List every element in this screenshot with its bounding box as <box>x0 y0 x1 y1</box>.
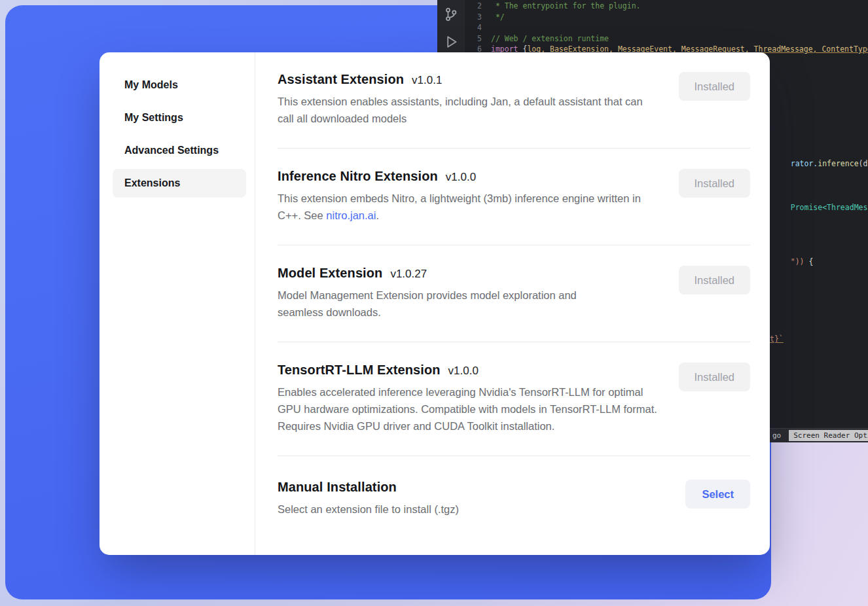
line-number: 4 <box>465 22 482 33</box>
extension-description: This extension enables assistants, inclu… <box>278 93 657 127</box>
sidebar-item-label: Extensions <box>124 177 180 189</box>
code-comment: */ <box>491 12 505 23</box>
manual-installation-row: Manual Installation Select an extension … <box>278 456 750 539</box>
status-item-go[interactable]: go <box>772 431 781 440</box>
extension-info: Manual Installation Select an extension … <box>278 480 672 518</box>
code-area: 2 * The entrypoint for the plugin. 3 */ … <box>465 1 868 55</box>
extension-info: TensortRT-LLM Extension v1.0.0 Enables a… <box>278 363 666 435</box>
extension-row-inference-nitro: Inference Nitro Extension v1.0.0 This ex… <box>278 149 750 245</box>
run-debug-icon[interactable] <box>443 34 459 50</box>
sidebar-item-my-models[interactable]: My Models <box>113 71 246 99</box>
sidebar-item-my-settings[interactable]: My Settings <box>113 103 246 132</box>
manual-installation-title: Manual Installation <box>278 480 672 495</box>
extension-info: Inference Nitro Extension v1.0.0 This ex… <box>278 169 666 224</box>
source-control-icon[interactable] <box>443 7 459 22</box>
code-fragment: t}` <box>770 334 784 344</box>
description-text: . <box>376 209 379 221</box>
code-method: inference <box>818 159 858 168</box>
extensions-list: Assistant Extension v1.0.1 This extensio… <box>255 52 770 555</box>
extension-version: v1.0.27 <box>390 268 427 281</box>
line-number: 2 <box>465 1 482 12</box>
screen-reader-optimized-badge[interactable]: Screen Reader Optimized <box>789 430 868 441</box>
code-punctuation: { <box>804 257 813 266</box>
code-fragment: Promise<ThreadMessage> <box>772 194 868 221</box>
code-line: 4 <box>465 22 868 33</box>
code-identifier: rator. <box>791 159 818 168</box>
extension-info: Assistant Extension v1.0.1 This extensio… <box>278 72 666 127</box>
extension-row-tensorrt-llm: TensortRT-LLM Extension v1.0.0 Enables a… <box>278 342 750 456</box>
code-line: 3 */ <box>465 12 868 23</box>
extension-info: Model Extension v1.0.27 Model Management… <box>278 266 666 321</box>
code-fragment: ")) { <box>772 248 813 276</box>
extension-description: Model Management Extension provides mode… <box>278 287 618 321</box>
installed-button[interactable]: Installed <box>679 363 750 391</box>
extension-version: v1.0.0 <box>448 365 479 378</box>
code-comment: // Web / extension runtime <box>491 33 609 45</box>
settings-modal: My Models My Settings Advanced Settings … <box>99 52 770 555</box>
nitro-jan-ai-link[interactable]: nitro.jan.ai <box>326 209 376 221</box>
extension-description: This extension embeds Nitro, a lightweig… <box>278 190 657 224</box>
code-fragment: rator.inference(data)); <box>772 150 868 177</box>
code-line: 5 // Web / extension runtime <box>465 33 868 45</box>
extension-version: v1.0.1 <box>412 74 442 87</box>
extension-title-line: TensortRT-LLM Extension v1.0.0 <box>278 363 666 378</box>
installed-button[interactable]: Installed <box>679 72 750 101</box>
extension-title-line: Model Extension v1.0.27 <box>278 266 666 281</box>
line-number: 3 <box>465 12 482 23</box>
sidebar-item-extensions[interactable]: Extensions <box>113 169 246 198</box>
extension-name: Model Extension <box>278 266 382 281</box>
extension-description: Enables accelerated inference leveraging… <box>278 383 657 435</box>
extension-name: TensortRT-LLM Extension <box>278 363 441 378</box>
line-number: 5 <box>465 33 482 45</box>
sidebar-item-label: My Models <box>124 79 178 91</box>
extension-name: Manual Installation <box>278 480 397 495</box>
installed-button[interactable]: Installed <box>679 169 750 198</box>
code-comment: * The entrypoint for the plugin. <box>491 1 640 12</box>
extension-title-line: Assistant Extension v1.0.1 <box>278 72 666 87</box>
extension-version: v1.0.0 <box>446 171 476 184</box>
installed-button[interactable]: Installed <box>679 266 750 294</box>
extension-row-model: Model Extension v1.0.27 Model Management… <box>278 245 750 342</box>
sidebar-item-advanced-settings[interactable]: Advanced Settings <box>113 136 246 165</box>
select-file-button[interactable]: Select <box>685 480 750 508</box>
manual-installation-description: Select an extension file to install (.tg… <box>278 501 657 518</box>
extension-name: Assistant Extension <box>278 72 404 87</box>
extension-name: Inference Nitro Extension <box>278 169 438 184</box>
code-type: Promise<ThreadMessage> <box>791 203 868 212</box>
code-args: (data)); <box>859 159 868 168</box>
sidebar-item-label: Advanced Settings <box>124 145 219 156</box>
sidebar-item-label: My Settings <box>124 112 183 124</box>
code-string: ")) <box>791 257 805 266</box>
code-line: 2 * The entrypoint for the plugin. <box>465 1 868 12</box>
settings-sidebar: My Models My Settings Advanced Settings … <box>99 52 255 555</box>
extension-title-line: Inference Nitro Extension v1.0.0 <box>278 169 666 184</box>
extension-row-assistant: Assistant Extension v1.0.1 This extensio… <box>278 52 750 149</box>
